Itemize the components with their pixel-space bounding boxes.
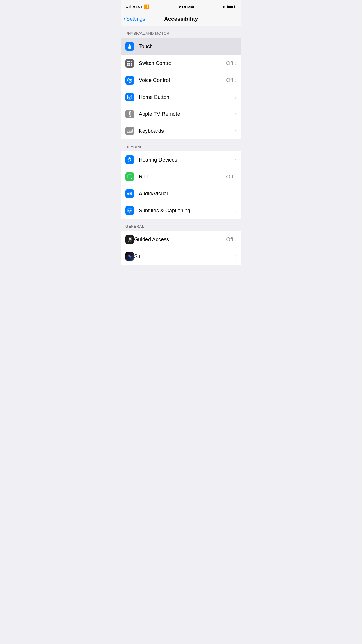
list-item-apple-tv-remote[interactable]: Apple TV Remote › (121, 106, 241, 123)
signal-bars (126, 5, 131, 8)
subtitles-chevron: › (235, 208, 237, 214)
list-item-switch-control[interactable]: Switch Control Off › (121, 55, 241, 72)
svg-point-0 (129, 44, 130, 45)
siri-chevron: › (235, 253, 237, 260)
keyboards-icon (125, 127, 134, 135)
subtitles-icon (125, 206, 134, 215)
svg-rect-31 (127, 175, 132, 178)
wifi-icon: 📶 (144, 4, 149, 9)
siri-label: Siri (134, 253, 235, 260)
guided-access-icon (125, 235, 134, 244)
svg-rect-28 (131, 131, 131, 132)
list-group-general: Guided Access Off › (121, 231, 241, 265)
svg-rect-2 (129, 61, 130, 62)
list-group-hearing: Hearing Devices › RTT Off › (121, 151, 241, 219)
svg-rect-33 (128, 177, 130, 177)
svg-point-12 (129, 80, 130, 81)
section-hearing: HEARING Hearing Devices › (121, 139, 241, 219)
list-item-guided-access[interactable]: Guided Access Off › (121, 231, 241, 248)
location-icon: ➤ (222, 5, 226, 9)
voice-control-label: Voice Control (139, 77, 226, 83)
audio-visual-chevron: › (235, 191, 237, 197)
list-item-keyboards[interactable]: Keyboards › (121, 123, 241, 139)
guided-access-value: Off (226, 237, 233, 243)
touch-icon (125, 42, 134, 51)
list-item-rtt[interactable]: RTT Off › (121, 168, 241, 185)
apple-tv-remote-chevron: › (235, 111, 237, 117)
battery-indicator (227, 5, 236, 8)
list-item-home-button[interactable]: Home Button › (121, 89, 241, 106)
switch-control-label: Switch Control (139, 60, 226, 66)
svg-rect-26 (129, 131, 129, 132)
svg-rect-30 (128, 132, 131, 132)
switch-control-icon (125, 59, 134, 68)
list-item-audio-visual[interactable]: Audio/Visual › (121, 185, 241, 202)
svg-point-41 (129, 239, 130, 239)
back-button-label: Settings (126, 16, 145, 22)
voice-control-value: Off (226, 77, 233, 83)
audio-visual-label: Audio/Visual (139, 191, 235, 197)
section-header-hearing: HEARING (121, 139, 241, 151)
home-button-icon (125, 93, 134, 102)
svg-point-15 (129, 97, 130, 97)
nav-bar: ‹ Settings Accessibility (121, 13, 241, 26)
svg-rect-23 (131, 130, 131, 131)
svg-rect-29 (131, 131, 132, 132)
list-group-physical-motor: Touch › Switch Control Off › (121, 38, 241, 139)
home-button-label: Home Button (139, 94, 235, 100)
touch-chevron: › (235, 43, 237, 50)
list-item-siri[interactable]: Siri › (121, 248, 241, 265)
siri-icon (125, 252, 134, 261)
svg-rect-32 (128, 176, 131, 176)
svg-rect-20 (128, 130, 129, 131)
status-time: 3:14 PM (178, 4, 194, 9)
hearing-devices-label: Hearing Devices (139, 157, 235, 163)
svg-rect-6 (131, 63, 132, 64)
svg-rect-7 (127, 64, 129, 66)
svg-rect-1 (127, 61, 129, 62)
svg-rect-4 (127, 63, 129, 64)
home-button-chevron: › (235, 94, 237, 100)
svg-point-34 (130, 193, 131, 194)
list-item-voice-control[interactable]: Voice Control Off › (121, 72, 241, 89)
svg-rect-21 (129, 130, 129, 131)
hearing-devices-icon (125, 155, 134, 164)
back-button[interactable]: ‹ Settings (124, 16, 145, 22)
rtt-value: Off (226, 174, 233, 180)
list-item-touch[interactable]: Touch › (121, 38, 241, 55)
switch-control-value: Off (226, 60, 233, 66)
status-right: ➤ (222, 5, 236, 9)
rtt-icon (125, 172, 134, 181)
back-chevron-icon: ‹ (124, 16, 126, 22)
section-physical-motor: PHYSICAL AND MOTOR Touch › (121, 26, 241, 139)
section-general: GENERAL Guided Access Off › (121, 219, 241, 265)
touch-label: Touch (139, 43, 235, 50)
list-item-hearing-devices[interactable]: Hearing Devices › (121, 151, 241, 168)
section-header-general: GENERAL (121, 219, 241, 231)
hearing-devices-chevron: › (235, 157, 237, 163)
keyboards-chevron: › (235, 128, 237, 134)
carrier-name: AT&T (133, 5, 143, 9)
svg-rect-24 (131, 130, 132, 131)
guided-access-label: Guided Access (134, 237, 226, 243)
svg-rect-36 (128, 210, 129, 211)
svg-rect-27 (129, 131, 130, 132)
apple-tv-remote-icon (125, 110, 134, 118)
apple-tv-remote-label: Apple TV Remote (139, 111, 235, 117)
section-header-physical-motor: PHYSICAL AND MOTOR (121, 26, 241, 38)
svg-rect-37 (130, 210, 132, 211)
svg-rect-39 (128, 237, 131, 242)
list-item-subtitles-captioning[interactable]: Subtitles & Captioning › (121, 202, 241, 219)
switch-control-chevron: › (235, 60, 237, 66)
status-bar: AT&T 📶 3:14 PM ➤ (121, 0, 241, 13)
svg-rect-5 (129, 63, 130, 64)
rtt-chevron: › (235, 174, 237, 180)
voice-control-chevron: › (235, 77, 237, 83)
voice-control-icon (125, 76, 134, 85)
guided-access-chevron: › (235, 237, 237, 243)
rtt-label: RTT (139, 174, 226, 180)
svg-point-17 (129, 112, 130, 113)
svg-rect-38 (128, 211, 131, 212)
svg-rect-25 (128, 131, 129, 132)
subtitles-label: Subtitles & Captioning (139, 208, 235, 214)
